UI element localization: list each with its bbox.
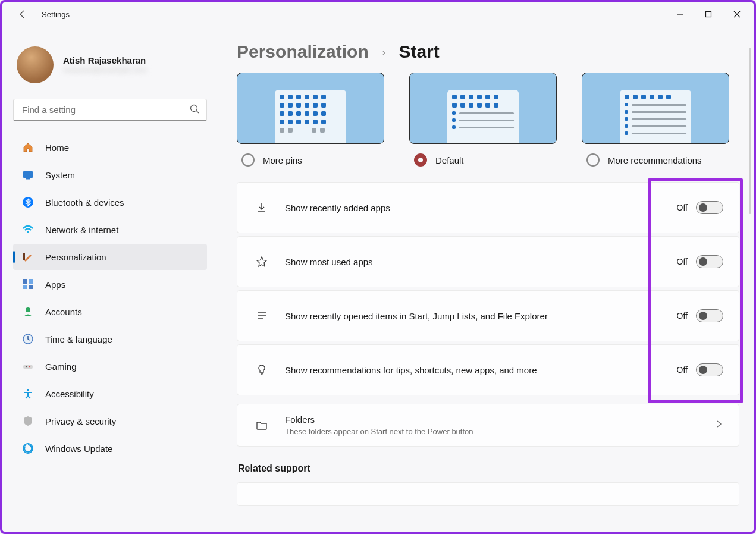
sidebar-item-label: Accessibility: [45, 389, 94, 399]
related-support-row[interactable]: [237, 482, 739, 506]
sidebar-item-label: Time & language: [45, 334, 112, 344]
search-icon: [189, 103, 200, 117]
svg-point-13: [26, 307, 30, 312]
sidebar-item-label: Privacy & security: [45, 416, 116, 426]
search-input[interactable]: [13, 99, 207, 121]
access-icon: [21, 387, 34, 400]
avatar: [17, 46, 54, 83]
svg-rect-8: [23, 253, 25, 260]
sidebar-item-label: Accounts: [45, 307, 82, 317]
bluetooth-icon: [21, 196, 34, 209]
sidebar-item-label: Home: [45, 143, 69, 153]
list-icon: [253, 310, 271, 322]
minimize-button[interactable]: [666, 5, 694, 24]
setting-row: Show recently opened items in Start, Jum…: [237, 290, 739, 341]
sidebar-item-accounts[interactable]: Accounts: [13, 299, 207, 325]
sidebar-item-home[interactable]: Home: [13, 134, 207, 161]
close-button[interactable]: [723, 5, 751, 24]
setting-label: Show recently added apps: [285, 203, 677, 213]
sidebar-item-gaming[interactable]: Gaming: [13, 353, 207, 379]
chevron-right-icon: ›: [382, 45, 386, 59]
svg-rect-9: [23, 279, 27, 284]
setting-label: Show recently opened items in Start, Jum…: [285, 311, 677, 321]
chevron-right-icon: [715, 420, 723, 431]
setting-row: Show recently added appsOff: [237, 182, 739, 233]
svg-rect-11: [23, 285, 27, 289]
layout-label: More recommendations: [608, 155, 702, 165]
svg-point-2: [191, 105, 197, 112]
svg-rect-12: [29, 285, 33, 289]
setting-row: Show most used appsOff: [237, 236, 739, 287]
system-icon: [21, 168, 34, 181]
sidebar-item-label: Bluetooth & devices: [45, 197, 124, 208]
sidebar-item-accessibility[interactable]: Accessibility: [13, 381, 207, 407]
apps-icon: [21, 278, 34, 291]
toggle-state: Off: [677, 257, 688, 266]
brush-icon: [21, 250, 34, 263]
radio-button[interactable]: [414, 153, 427, 167]
toggle-switch[interactable]: [696, 309, 723, 322]
sidebar-item-label: System: [45, 170, 75, 180]
app-title: Settings: [42, 10, 70, 19]
radio-button[interactable]: [586, 153, 600, 167]
user-name: Atish Rajasekharan: [63, 55, 147, 65]
shield-icon: [21, 414, 34, 428]
breadcrumb: Personalization › Start: [237, 42, 739, 62]
svg-rect-15: [23, 365, 33, 369]
folders-title: Folders: [285, 414, 715, 425]
folders-subtitle: These folders appear on Start next to th…: [285, 427, 715, 436]
toggle-switch[interactable]: [696, 201, 723, 214]
layout-preview: [582, 73, 729, 144]
svg-point-7: [27, 231, 29, 233]
sidebar-item-label: Apps: [45, 279, 65, 290]
sidebar-item-bluetooth-devices[interactable]: Bluetooth & devices: [13, 189, 207, 215]
sidebar-item-network-internet[interactable]: Network & internet: [13, 216, 207, 243]
toggle-state: Off: [677, 365, 688, 375]
home-icon: [21, 141, 34, 154]
svg-rect-1: [706, 12, 711, 17]
breadcrumb-parent[interactable]: Personalization: [237, 42, 369, 62]
star-icon: [253, 256, 271, 268]
wifi-icon: [21, 223, 34, 236]
layout-preview: [409, 73, 557, 144]
sidebar-item-personalization[interactable]: Personalization: [13, 244, 207, 270]
sidebar-item-system[interactable]: System: [13, 162, 207, 188]
update-icon: [21, 442, 34, 455]
related-support-heading: Related support: [238, 463, 739, 474]
layout-option-more-recommendations[interactable]: More recommendations: [582, 73, 729, 167]
layout-preview: [237, 73, 384, 144]
toggle-switch[interactable]: [696, 363, 723, 376]
back-button[interactable]: [13, 5, 32, 24]
time-icon: [21, 332, 34, 345]
svg-rect-4: [23, 171, 33, 178]
user-info[interactable]: Atish Rajasekharan redacted@example.com: [13, 44, 207, 95]
layout-option-more-pins[interactable]: More pins: [237, 73, 384, 167]
toggle-switch[interactable]: [696, 255, 723, 268]
layout-label: More pins: [263, 155, 302, 165]
accounts-icon: [21, 305, 34, 318]
folders-row[interactable]: Folders These folders appear on Start ne…: [237, 404, 739, 447]
sidebar-item-windows-update[interactable]: Windows Update: [13, 435, 207, 461]
toggle-state: Off: [677, 311, 688, 321]
sidebar-item-label: Network & internet: [45, 225, 118, 235]
svg-point-18: [27, 389, 29, 391]
svg-line-3: [196, 111, 199, 113]
setting-label: Show recommendations for tips, shortcuts…: [285, 365, 677, 375]
search-container: [13, 99, 207, 121]
setting-row: Show recommendations for tips, shortcuts…: [237, 344, 739, 395]
layout-option-default[interactable]: Default: [409, 73, 557, 167]
scrollbar[interactable]: [749, 48, 751, 214]
maximize-button[interactable]: [694, 5, 723, 24]
sidebar-item-label: Gaming: [45, 362, 77, 372]
setting-label: Show most used apps: [285, 257, 677, 267]
sidebar-item-privacy-security[interactable]: Privacy & security: [13, 408, 207, 434]
sidebar-item-time-language[interactable]: Time & language: [13, 326, 207, 352]
sidebar-item-label: Personalization: [45, 252, 106, 262]
folder-icon: [253, 419, 271, 431]
breadcrumb-current: Start: [399, 42, 439, 62]
svg-point-16: [26, 366, 27, 367]
svg-rect-10: [29, 279, 33, 284]
svg-rect-5: [26, 178, 30, 180]
radio-button[interactable]: [241, 153, 255, 167]
sidebar-item-apps[interactable]: Apps: [13, 271, 207, 297]
